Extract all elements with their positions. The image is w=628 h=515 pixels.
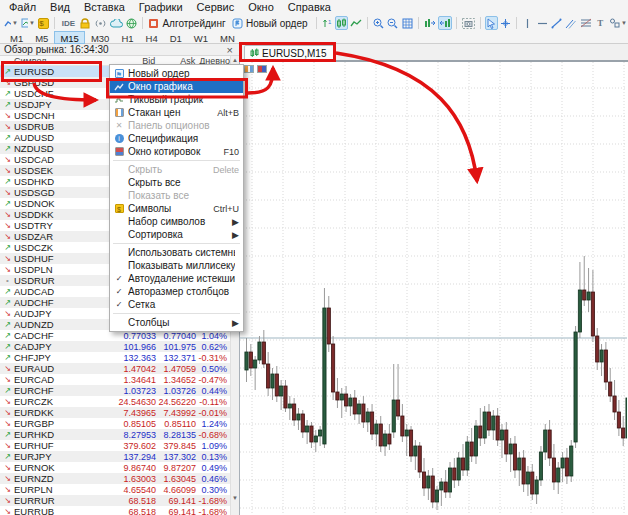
chart-profile-icon[interactable]: ▼: [20, 16, 36, 30]
depth-of-market-icon: [110, 108, 128, 117]
chart-type-icon[interactable]: ▼: [3, 16, 19, 30]
menu-окно[interactable]: Окно: [241, 0, 281, 15]
timeframe-h4[interactable]: H4: [140, 31, 164, 44]
menu-вид[interactable]: Вид: [43, 0, 77, 15]
menu-графики[interactable]: Графики: [132, 0, 190, 15]
trendline-icon[interactable]: [550, 16, 563, 30]
menu-item-label: Автоудаление истекших: [128, 273, 235, 284]
timeframe-m30[interactable]: M30: [85, 31, 115, 44]
symbols-icon[interactable]: $: [37, 16, 50, 30]
broadcast-icon[interactable]: [93, 16, 108, 30]
menu-item-автоудаление-истекших[interactable]: ✓Автоудаление истекших: [110, 272, 243, 285]
chart-canvas[interactable]: [240, 60, 628, 515]
menu-файл[interactable]: Файл: [2, 0, 43, 15]
menu-item-окно-графика[interactable]: Окно графика: [110, 80, 243, 93]
menu-item-символы[interactable]: $СимволыCtrl+U: [110, 202, 243, 215]
table-row-eurhkd[interactable]: ↗EURHKD8.279538.28135-0.68%: [0, 429, 232, 440]
new-order-label[interactable]: Новый ордер: [245, 18, 312, 29]
symbol-cell: •USDRUR: [0, 275, 96, 286]
timeframe-m15[interactable]: M15: [54, 31, 84, 44]
timeframe-m1[interactable]: M1: [4, 31, 29, 44]
table-row-eurdkk[interactable]: ↘EURDKK7.439657.43992-0.01%: [0, 407, 232, 418]
line-mode-icon[interactable]: [349, 16, 363, 30]
algotrading-label[interactable]: Алготрейдинг: [161, 18, 229, 29]
menu-item-сетка[interactable]: ✓Сетка: [110, 298, 243, 311]
depth-of-market-icon[interactable]: [244, 65, 254, 73]
ask-cell: 24.56220: [156, 397, 196, 407]
timeframe-m5[interactable]: M5: [29, 31, 54, 44]
menu-item-спецификация[interactable]: iСпецификация: [110, 132, 243, 145]
menu-справка[interactable]: Справка: [281, 0, 338, 15]
menu-item-тиковый-график[interactable]: Тиковый график: [110, 93, 243, 106]
menu-item-набор-символов[interactable]: Набор символов▶: [110, 215, 243, 228]
table-row-chfjpy[interactable]: ↗CHFJPY132.363132.371-0.31%: [0, 352, 232, 363]
chart-tab-eurusd-m15[interactable]: EURUSD,M15: [244, 45, 336, 60]
chart-shift-icon[interactable]: [438, 16, 452, 30]
menu-item-сортировка[interactable]: Сортировка▶: [110, 228, 243, 241]
table-row-eurjpy[interactable]: ↗EURJPY137.294137.3020.13%: [0, 451, 232, 462]
table-row-eurrub[interactable]: ↘EURRUB68.51869.141-1.68%: [0, 506, 232, 515]
close-icon[interactable]: ×: [225, 45, 235, 55]
menu-вставка[interactable]: Вставка: [77, 0, 132, 15]
screenshot-icon[interactable]: [461, 16, 476, 30]
table-row-eurnok[interactable]: ↘EURNOK9.867409.872070.49%: [0, 462, 232, 473]
table-row-eurhuf[interactable]: ↘EURHUF379.602379.8451.09%: [0, 440, 232, 451]
menu-item-столбцы[interactable]: Столбцы▶: [110, 316, 243, 329]
menu-item-показывать-миллисекунды[interactable]: Показывать миллисекунды: [110, 259, 243, 272]
auto-scroll-icon[interactable]: [423, 16, 437, 30]
menu-item-скрыть-все[interactable]: Скрыть все: [110, 176, 243, 189]
menu-item-окно-котировок[interactable]: Окно котировокF10: [110, 145, 243, 158]
table-row-euraud[interactable]: ↘EURAUD1.470421.470590.50%: [0, 363, 232, 374]
crosshair-icon[interactable]: [499, 16, 512, 30]
cloud-icon[interactable]: [109, 16, 124, 30]
table-row-cadjpy[interactable]: ↗CADJPY101.966101.9750.62%: [0, 341, 232, 352]
cursor-icon[interactable]: [485, 16, 498, 30]
grid-icon[interactable]: [401, 16, 414, 30]
tick-scale-icon[interactable]: 1: [320, 16, 333, 30]
column-header-symbol[interactable]: Символ: [0, 56, 96, 66]
table-row-eurnzd[interactable]: ↘EURNZD1.630031.630450.46%: [0, 473, 232, 484]
scroll-down-icon[interactable]: ▼: [231, 495, 239, 501]
fibonacci-icon[interactable]: [579, 16, 593, 30]
ide-icon[interactable]: IDE: [59, 16, 77, 30]
channel-icon[interactable]: [564, 16, 577, 30]
daily-change-cell: 0.44%: [196, 386, 228, 396]
candlestick-mode-icon[interactable]: [335, 16, 348, 30]
symbol-name: USDPLN: [14, 264, 53, 275]
symbol-name: USDCHF: [14, 88, 54, 99]
algotrading-icon[interactable]: [147, 16, 160, 30]
community-icon[interactable]: [125, 16, 138, 30]
table-row-eurrur[interactable]: ↘EURRUR68.51869.141-1.68%: [0, 495, 232, 506]
text-tool-icon[interactable]: T: [594, 16, 607, 30]
zoom-in-icon[interactable]: [372, 16, 385, 30]
ask-cell: 1.03726: [156, 386, 196, 396]
table-row-eurgbp[interactable]: ↘EURGBP0.851050.851101.24%: [0, 418, 232, 429]
table-row-eurczk[interactable]: ↘EURCZK24.5463024.56220-0.11%: [0, 396, 232, 407]
timeframe-h1[interactable]: H1: [115, 31, 139, 44]
scroll-up-icon[interactable]: ▲: [231, 57, 239, 63]
chevron-down-icon: ▼: [29, 20, 35, 26]
timeframe-d1[interactable]: D1: [164, 31, 188, 44]
vertical-line-icon[interactable]: [521, 16, 534, 30]
table-row-eurcad[interactable]: ↘EURCAD1.346411.34652-0.47%: [0, 374, 232, 385]
timeframe-w1[interactable]: W1: [188, 31, 214, 44]
symbol-name: AUDCHF: [14, 297, 54, 308]
table-row-eurpln[interactable]: ↘EURPLN4.655404.660990.30%: [0, 484, 232, 495]
ask-cell: 4.66099: [156, 485, 196, 495]
timeframe-mn[interactable]: MN: [214, 31, 241, 44]
horizontal-line-icon[interactable]: [536, 16, 549, 30]
lock-icon[interactable]: [78, 16, 91, 30]
menu-item-авторазмер-столбцов[interactable]: ✓Авторазмер столбцов: [110, 285, 243, 298]
table-row-eurchf[interactable]: ↗EURCHF1.037231.037260.44%: [0, 385, 232, 396]
one-click-trading-icon[interactable]: [257, 65, 267, 73]
arrow-down-icon: ↘: [3, 265, 12, 274]
shapes-icon[interactable]: ▼: [608, 16, 628, 30]
new-order-icon[interactable]: [231, 16, 244, 30]
menu-сервис[interactable]: Сервис: [190, 0, 242, 15]
symbol-cell: ↘GBPUSD: [0, 77, 96, 88]
menu-item-использовать-системные-цвета[interactable]: Использовать системные цвета: [110, 246, 243, 259]
menu-item-стакан-цен[interactable]: Стакан ценAlt+B: [110, 106, 243, 119]
menu-item-новый-ордер[interactable]: ⚑Новый ордер: [110, 67, 243, 80]
zoom-out-icon[interactable]: [386, 16, 399, 30]
arrow-up-icon: ↗: [3, 386, 12, 395]
